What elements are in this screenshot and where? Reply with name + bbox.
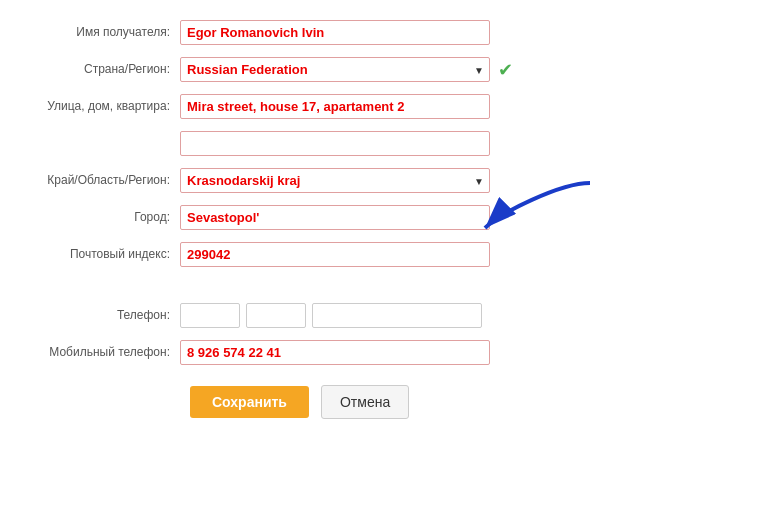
street-address-input[interactable] bbox=[180, 94, 490, 119]
phone-part1-input[interactable] bbox=[180, 303, 240, 328]
region-select-wrapper: Krasnodarskij kraj bbox=[180, 168, 490, 193]
address-line2-input[interactable] bbox=[180, 131, 490, 156]
country-region-label: Страна/Регион: bbox=[20, 62, 180, 78]
recipient-name-label: Имя получателя: bbox=[20, 25, 180, 41]
phone-row: Телефон: bbox=[20, 303, 734, 328]
save-button[interactable]: Сохранить bbox=[190, 386, 309, 418]
country-select[interactable]: Russian Federation bbox=[180, 57, 490, 82]
address-line2-row bbox=[20, 131, 734, 156]
city-input[interactable] bbox=[180, 205, 490, 230]
cancel-button[interactable]: Отмена bbox=[321, 385, 409, 419]
country-check-icon: ✔ bbox=[498, 61, 513, 79]
recipient-name-row: Имя получателя: bbox=[20, 20, 734, 45]
phone-part2-input[interactable] bbox=[246, 303, 306, 328]
postal-code-input[interactable] bbox=[180, 242, 490, 267]
country-region-row: Страна/Регион: Russian Federation ✔ bbox=[20, 57, 734, 82]
phone-group bbox=[180, 303, 482, 328]
region-row: Край/Область/Регион: Krasnodarskij kraj bbox=[20, 168, 734, 193]
country-select-wrapper: Russian Federation bbox=[180, 57, 490, 82]
address-form: Имя получателя: Страна/Регион: Russian F… bbox=[0, 0, 774, 519]
mobile-phone-row: Мобильный телефон: bbox=[20, 340, 734, 365]
spacer-row bbox=[20, 279, 734, 291]
region-select[interactable]: Krasnodarskij kraj bbox=[180, 168, 490, 193]
city-row: Город: bbox=[20, 205, 734, 230]
phone-part3-input[interactable] bbox=[312, 303, 482, 328]
city-label: Город: bbox=[20, 210, 180, 226]
postal-code-label: Почтовый индекс: bbox=[20, 247, 180, 263]
button-row: Сохранить Отмена bbox=[20, 385, 734, 419]
recipient-name-input[interactable] bbox=[180, 20, 490, 45]
postal-code-row: Почтовый индекс: bbox=[20, 242, 734, 267]
phone-label: Телефон: bbox=[20, 308, 180, 324]
mobile-phone-input[interactable] bbox=[180, 340, 490, 365]
mobile-phone-label: Мобильный телефон: bbox=[20, 345, 180, 361]
street-address-row: Улица, дом, квартира: bbox=[20, 94, 734, 119]
street-address-label: Улица, дом, квартира: bbox=[20, 99, 180, 115]
region-label: Край/Область/Регион: bbox=[20, 173, 180, 189]
